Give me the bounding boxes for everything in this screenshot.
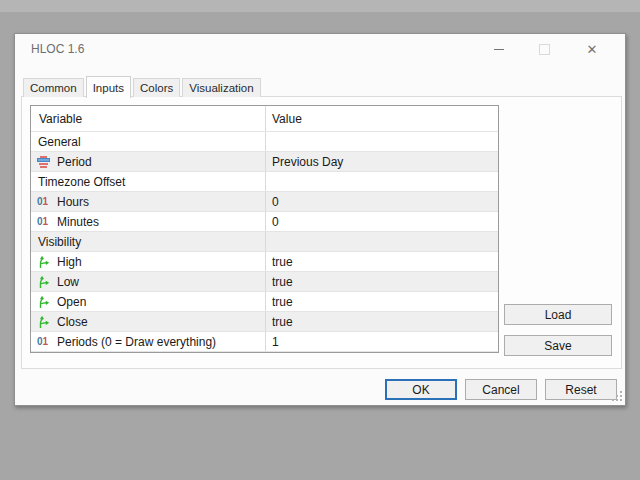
maximize-button[interactable]: [527, 34, 561, 64]
row-value[interactable]: 0: [265, 212, 498, 231]
save-button-label: Save: [544, 339, 571, 353]
cancel-button[interactable]: Cancel: [465, 379, 537, 400]
reset-button[interactable]: Reset: [545, 379, 617, 400]
boolean-parameter-icon: [37, 255, 50, 269]
inputs-tab-page: Variable Value General Period Previous D…: [21, 96, 622, 369]
window-title: HLOC 1.6: [31, 34, 84, 64]
row-value[interactable]: Previous Day: [265, 152, 498, 171]
row-value[interactable]: true: [265, 252, 498, 271]
row-label: General: [38, 135, 81, 149]
save-button[interactable]: Save: [504, 335, 612, 356]
table-row-timezone-offset[interactable]: Timezone Offset: [31, 172, 498, 192]
integer-parameter-icon: 01: [37, 196, 48, 207]
row-label: Hours: [57, 195, 89, 209]
table-row-minutes[interactable]: 01 Minutes 0: [31, 212, 498, 232]
table-row-open[interactable]: Open true: [31, 292, 498, 312]
parameters-table: Variable Value General Period Previous D…: [30, 105, 499, 353]
integer-parameter-icon: 01: [37, 336, 48, 347]
resize-grip[interactable]: [610, 391, 622, 403]
boolean-parameter-icon: [37, 315, 50, 329]
row-label: Period: [57, 155, 92, 169]
row-label: High: [57, 255, 82, 269]
tab-common[interactable]: Common: [23, 78, 84, 97]
row-value[interactable]: true: [265, 272, 498, 291]
load-button[interactable]: Load: [504, 304, 612, 325]
column-header-value: Value: [265, 106, 498, 131]
cancel-button-label: Cancel: [482, 383, 519, 397]
tab-strip: Common Inputs Colors Visualization: [23, 76, 263, 97]
row-value[interactable]: true: [265, 292, 498, 311]
column-header-variable: Variable: [31, 106, 265, 131]
row-label: Low: [57, 275, 79, 289]
row-value[interactable]: true: [265, 312, 498, 331]
table-row-high[interactable]: High true: [31, 252, 498, 272]
table-row-period[interactable]: Period Previous Day: [31, 152, 498, 172]
table-row-visibility[interactable]: Visibility: [31, 232, 498, 252]
row-value[interactable]: 1: [265, 332, 498, 351]
minimize-icon: [494, 49, 504, 50]
row-label: Periods (0 = Draw everything): [57, 335, 216, 349]
tab-inputs[interactable]: Inputs: [86, 76, 131, 98]
tab-colors[interactable]: Colors: [133, 78, 180, 97]
table-row-periods-0-draw-everything[interactable]: 01 Periods (0 = Draw everything) 1: [31, 332, 498, 352]
row-label: Open: [57, 295, 86, 309]
desktop: HLOC 1.6 ✕ Common Inputs Colors Vis: [0, 0, 640, 480]
title-bar[interactable]: HLOC 1.6 ✕: [15, 34, 625, 64]
row-label: Close: [57, 315, 88, 329]
table-rows: General Period Previous Day Timezone Off…: [31, 132, 498, 352]
tab-visualization[interactable]: Visualization: [182, 78, 260, 97]
ok-button-label: OK: [412, 383, 429, 397]
row-label: Minutes: [57, 215, 99, 229]
maximize-icon: [539, 44, 550, 55]
tab-visualization-label: Visualization: [189, 82, 253, 94]
ok-button[interactable]: OK: [385, 379, 457, 400]
row-label: Timezone Offset: [38, 175, 125, 189]
tab-colors-label: Colors: [140, 82, 173, 94]
boolean-parameter-icon: [37, 275, 50, 289]
table-header-row: Variable Value: [31, 106, 498, 132]
row-value[interactable]: [265, 232, 498, 251]
table-row-low[interactable]: Low true: [31, 272, 498, 292]
row-value[interactable]: [265, 132, 498, 151]
row-value[interactable]: 0: [265, 192, 498, 211]
desktop-top-strip: [0, 0, 640, 12]
dialog-window: HLOC 1.6 ✕ Common Inputs Colors Vis: [14, 33, 626, 406]
table-row-general[interactable]: General: [31, 132, 498, 152]
table-row-hours[interactable]: 01 Hours 0: [31, 192, 498, 212]
integer-parameter-icon: 01: [37, 216, 48, 227]
minimize-button[interactable]: [482, 34, 516, 64]
reset-button-label: Reset: [565, 383, 596, 397]
tab-inputs-label: Inputs: [93, 82, 124, 94]
boolean-parameter-icon: [37, 295, 50, 309]
row-label: Visibility: [38, 235, 81, 249]
close-button[interactable]: ✕: [575, 34, 609, 64]
tab-common-label: Common: [30, 82, 77, 94]
close-icon: ✕: [587, 43, 598, 56]
load-button-label: Load: [545, 308, 572, 322]
enum-parameter-icon: [37, 156, 50, 168]
row-value[interactable]: [265, 172, 498, 191]
table-row-close[interactable]: Close true: [31, 312, 498, 332]
